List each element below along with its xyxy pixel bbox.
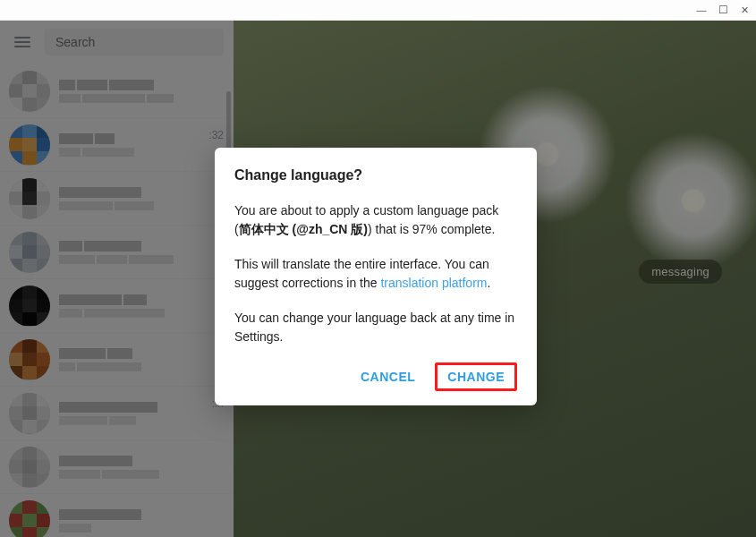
dialog-title: Change language? [234, 167, 517, 183]
dialog-actions: CANCEL CHANGE [234, 362, 517, 391]
app-window: — ☐ ✕ [0, 0, 756, 537]
change-button[interactable]: CHANGE [435, 362, 517, 391]
dialog-text: ) that is 97% complete. [368, 222, 495, 236]
translation-platform-link[interactable]: translation platform [380, 276, 487, 290]
title-bar: — ☐ ✕ [0, 0, 756, 21]
dialog-paragraph-3: You can change your language back at any… [234, 309, 517, 346]
dialog-text: . [487, 276, 490, 290]
window-minimize-button[interactable]: — [695, 4, 708, 16]
language-pack-name: 简体中文 (@zh_CN 版) [239, 222, 368, 236]
dialog-body: You are about to apply a custom language… [234, 201, 517, 346]
dialog-paragraph-1: You are about to apply a custom language… [234, 201, 517, 239]
dialog-paragraph-2: This will translate the entire interface… [234, 255, 517, 293]
window-maximize-button[interactable]: ☐ [717, 4, 729, 16]
cancel-button[interactable]: CANCEL [348, 362, 428, 391]
change-language-dialog: Change language? You are about to apply … [215, 148, 537, 405]
window-close-button[interactable]: ✕ [738, 4, 751, 16]
